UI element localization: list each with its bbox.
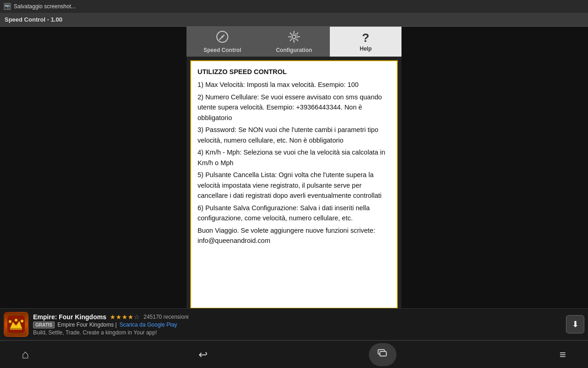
ad-company: Empire Four Kingdoms |	[57, 322, 117, 328]
speedometer-icon	[216, 30, 229, 45]
recents-button[interactable]	[369, 343, 396, 366]
ad-app-icon	[4, 312, 28, 337]
back-icon: ↩	[198, 348, 208, 361]
help-content-box: UTILIZZO SPEED CONTROL 1) Max Velocità: …	[190, 60, 398, 309]
ad-gratis-badge: GRATIS	[33, 322, 55, 328]
gear-icon	[288, 30, 300, 45]
app-panel: Speed Control Configuration ? Help	[187, 27, 401, 312]
ad-title: Empire: Four Kingdoms	[33, 313, 106, 321]
ad-stars: ★★★★☆	[110, 313, 140, 321]
tab-configuration-label: Configuration	[276, 47, 312, 53]
help-item-3: 3) Password: Se NON vuoi che l'utente ca…	[198, 125, 390, 145]
camera-icon: 📷	[5, 4, 10, 9]
question-mark-icon: ?	[362, 32, 369, 44]
home-button[interactable]: ⌂	[14, 343, 37, 366]
svg-point-1	[221, 36, 223, 38]
app-title-text: Speed Control - 1.00	[5, 16, 62, 23]
bottom-nav-bar: ⌂ ↩ ≡	[0, 340, 588, 368]
help-item-1: 1) Max Velocità: Imposti la max velocità…	[198, 80, 390, 90]
ad-link[interactable]: Scarica da Google Play	[119, 322, 177, 328]
system-bar: 📷 Salvataggio screenshot...	[0, 0, 588, 13]
svg-point-8	[21, 320, 23, 322]
ad-title-row: Empire: Four Kingdoms ★★★★☆ 245170 recen…	[33, 313, 561, 321]
help-farewell: Buon Viaggio. Se volete aggiungere nuove…	[198, 225, 390, 246]
ad-app-icon-inner	[5, 313, 28, 336]
tab-speed-control[interactable]: Speed Control	[187, 27, 258, 57]
ad-reviews: 245170 recensioni	[143, 314, 188, 320]
menu-icon: ≡	[560, 348, 566, 361]
svg-point-7	[15, 319, 17, 322]
recents-icon	[377, 348, 388, 361]
tab-configuration[interactable]: Configuration	[258, 27, 330, 57]
download-icon: ⬇	[572, 319, 579, 329]
menu-button[interactable]: ≡	[551, 343, 574, 366]
main-content: Speed Control Configuration ? Help	[0, 27, 588, 313]
ad-text-block: Empire: Four Kingdoms ★★★★☆ 245170 recen…	[33, 313, 561, 336]
ad-banner: Empire: Four Kingdoms ★★★★☆ 245170 recen…	[0, 308, 588, 340]
svg-rect-9	[10, 328, 22, 330]
help-item-6: 6) Pulsante Salva Configurazione: Salva …	[198, 203, 390, 224]
svg-rect-4	[7, 316, 25, 333]
help-item-5: 5) Pulsante Cancella Lista: Ogni volta c…	[198, 170, 390, 201]
help-item-4: 4) Km/h - Mph: Seleziona se vuoi che la …	[198, 147, 390, 168]
help-title: UTILIZZO SPEED CONTROL	[198, 67, 390, 77]
ad-download-button[interactable]: ⬇	[566, 315, 584, 334]
system-bar-title: Salvataggio screenshot...	[14, 3, 76, 10]
system-bar-icon: 📷	[4, 3, 11, 10]
tab-speed-control-label: Speed Control	[204, 47, 241, 53]
back-button[interactable]: ↩	[192, 343, 215, 366]
app-title-bar: Speed Control - 1.00	[0, 13, 588, 27]
svg-rect-11	[380, 351, 386, 356]
tab-bar: Speed Control Configuration ? Help	[187, 27, 401, 57]
tab-help[interactable]: ? Help	[330, 27, 401, 57]
tab-help-label: Help	[360, 46, 372, 52]
svg-point-2	[292, 35, 296, 39]
svg-point-6	[9, 320, 11, 323]
ad-badge-row: GRATIS Empire Four Kingdoms | Scarica da…	[33, 322, 561, 328]
ad-subtitle: Build, Settle, Trade. Create a kingdom i…	[33, 329, 561, 336]
home-icon: ⌂	[22, 347, 29, 362]
help-item-2: 2) Numero Cellulare: Se vuoi essere avvi…	[198, 92, 390, 123]
